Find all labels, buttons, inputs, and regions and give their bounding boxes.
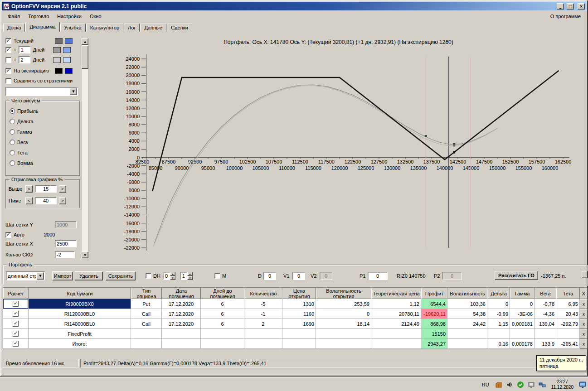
compare-checkbox[interactable] [5,78,11,84]
instrument-code-cell[interactable]: FixedProfit [29,329,131,339]
table-cell[interactable]: 20,43 [556,309,580,319]
row-delete-button[interactable]: x [580,319,588,329]
network-icon[interactable] [539,381,546,388]
panel-scrollbar[interactable]: ▲ ▼ [82,38,88,258]
row-delete-button[interactable]: x [580,339,588,349]
spin1-down-icon[interactable]: ▼ [170,276,175,280]
menu-about[interactable]: О программе [547,12,584,20]
below-input[interactable] [35,197,57,204]
table-cell[interactable] [447,329,487,339]
tab-smile[interactable]: Улыбка [60,24,86,32]
table-cell[interactable]: 15150 [421,329,447,339]
table-cell[interactable] [556,329,580,339]
radio-vega[interactable] [10,140,15,145]
sko-input[interactable] [55,251,75,258]
instrument-code-cell[interactable]: RI90000BX0 [29,299,131,309]
table-cell[interactable] [282,339,316,349]
antivirus-check-icon[interactable] [517,381,525,388]
table-cell[interactable] [131,339,162,349]
table-cell[interactable] [447,339,487,349]
grid-y-input[interactable] [55,221,77,228]
table-cell[interactable]: 0 [316,309,371,319]
table-cell[interactable] [487,329,510,339]
scroll-thumb[interactable] [82,45,88,69]
table-cell[interactable]: -3E-06 [510,309,535,319]
row-calc-checkbox[interactable] [13,331,19,337]
table-cell[interactable]: 0,000181 [510,319,535,329]
table-cell[interactable]: 1160 [282,309,316,319]
plus2-days-input[interactable] [19,56,30,63]
table-cell[interactable]: 103,36 [447,299,487,309]
auto-checkbox[interactable] [5,232,11,238]
scroll-down-icon[interactable]: ▼ [82,251,88,258]
p1-input[interactable] [368,272,388,280]
dh-checkbox[interactable] [146,273,151,279]
table-cell[interactable]: 6 [201,319,244,329]
row-calc-checkbox[interactable] [13,321,19,327]
row-delete-button[interactable]: x [580,309,588,319]
table-cell[interactable]: 20780,11 [371,309,421,319]
plus1-checkbox[interactable] [5,47,11,53]
table-cell[interactable]: 0,16 [487,339,510,349]
plus1-days-input[interactable] [19,46,30,53]
table-cell[interactable]: 133,9 [535,339,556,349]
strategy-combobox-arrow-icon[interactable]: ▼ [70,88,77,95]
v2-input[interactable] [320,272,332,280]
table-cell[interactable] [244,329,282,339]
collapse-button[interactable]: _ [582,271,588,278]
clock[interactable]: 23:27 11.12.2020 [549,379,575,390]
minimize-button[interactable]: _ [557,3,564,10]
below-increment-button[interactable]: > [59,197,66,204]
package-icon[interactable] [495,381,503,388]
menu-trading[interactable]: Торговля [24,12,53,20]
table-cell[interactable] [131,329,162,339]
menu-file[interactable]: Файл [4,12,24,20]
tab-data[interactable]: Данные [140,24,166,32]
instrument-code-cell[interactable]: RI140000BL0 [29,319,131,329]
instrument-code-cell[interactable]: Итого: [29,339,131,349]
table-cell[interactable] [371,339,421,349]
table-cell[interactable]: 0 [510,299,535,309]
table-cell[interactable]: -19620,11 [421,309,447,319]
import-button[interactable]: Импорт [52,271,73,280]
calc-margin-button[interactable]: Рассчитать ГО [495,271,538,280]
above-increment-button[interactable]: > [59,185,66,193]
spin2-down-icon[interactable]: ▼ [187,276,193,280]
row-calc-checkbox[interactable] [13,311,19,317]
chart-canvas[interactable]: 2400022000200001800016000140001200010000… [89,33,588,265]
radio-profit[interactable] [10,108,15,114]
table-cell[interactable]: -292,79 [556,319,580,329]
table-cell[interactable]: Put [131,299,162,309]
maximize-button[interactable]: □ [567,3,574,10]
dh-spinner-2[interactable]: 1 ▲▼ [180,272,193,280]
table-cell[interactable] [201,329,244,339]
table-cell[interactable] [162,339,201,349]
menu-settings[interactable]: Настройки [53,12,86,20]
above-decrement-button[interactable]: < [25,185,33,193]
table-cell[interactable]: 17.12.2020 [162,319,201,329]
table-cell[interactable]: 6544,4 [421,299,447,309]
table-cell[interactable]: 54,38 [447,309,487,319]
table-cell[interactable]: 24,42 [447,319,487,329]
table-cell[interactable] [316,329,371,339]
grid-x-input[interactable] [55,240,77,247]
tab-diagram[interactable]: Диаграмма [25,22,59,32]
table-cell[interactable]: 17.12.2020 [162,309,201,319]
portfolio-combobox[interactable]: длинный стре ▼ [6,271,45,280]
table-cell[interactable] [244,339,282,349]
row-calc-checkbox[interactable] [13,301,19,307]
table-cell[interactable]: 0,000178 [510,339,535,349]
language-indicator[interactable]: RU [479,381,492,388]
table-cell[interactable]: 1,12 [371,299,421,309]
speaker-icon[interactable] [506,381,514,388]
close-button[interactable]: × [578,3,585,10]
spin2-up-icon[interactable]: ▲ [187,272,193,276]
radio-gamma[interactable] [10,129,15,135]
monitor-tray-icon[interactable] [528,381,535,388]
table-cell[interactable]: -265,41 [556,339,580,349]
table-cell[interactable]: 6 [201,309,244,319]
expiry-checkbox[interactable] [5,68,11,74]
table-cell[interactable] [371,329,421,339]
v1-input[interactable] [292,272,305,280]
table-cell[interactable] [201,339,244,349]
